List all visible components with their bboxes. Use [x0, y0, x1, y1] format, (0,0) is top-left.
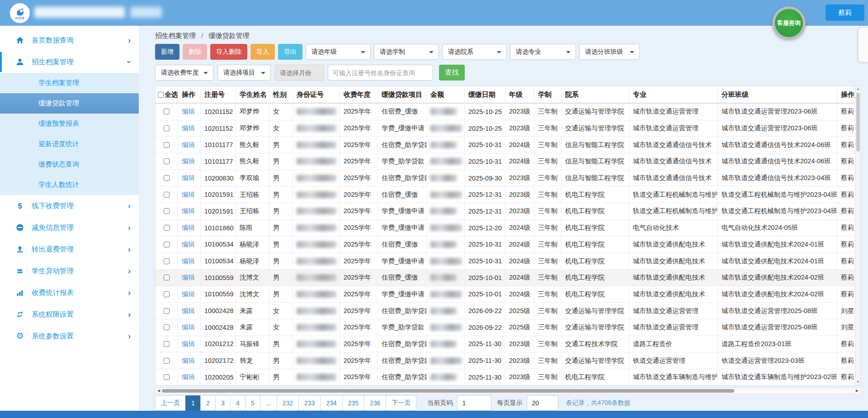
sidebar-item-1[interactable]: 招生档案管理›	[0, 51, 139, 73]
scroll-up-arrow-icon[interactable]: ▲	[855, 86, 861, 92]
page-button-232[interactable]: 232	[277, 395, 299, 411]
row-checkbox[interactable]	[164, 358, 170, 364]
row-checkbox[interactable]	[164, 291, 170, 297]
row-checkbox[interactable]	[164, 175, 170, 181]
scroll-right-arrow-icon[interactable]: ▶	[854, 388, 860, 394]
edit-link[interactable]: 编辑	[182, 190, 195, 199]
system-select[interactable]: 请选学制	[374, 44, 439, 60]
scroll-left-arrow-icon[interactable]: ◀	[156, 388, 162, 394]
page-button-4[interactable]: 4	[230, 395, 245, 411]
edit-link[interactable]: 编辑	[182, 157, 195, 166]
sidebar-subitem-5[interactable]: 学生人数统计	[0, 175, 139, 195]
page-size-input[interactable]	[527, 395, 558, 411]
amount-redacted	[430, 175, 457, 181]
edit-link[interactable]: 编辑	[182, 273, 195, 282]
grade-select[interactable]: 请选年级	[306, 44, 371, 60]
edit-link[interactable]: 编辑	[182, 307, 195, 315]
action-button-1[interactable]: 删除	[183, 44, 207, 60]
page-button-234[interactable]: 234	[320, 395, 342, 411]
page-button-2[interactable]: 2	[200, 395, 216, 411]
horizontal-scroll-thumb[interactable]	[162, 389, 734, 393]
edge-widget-handle[interactable]	[858, 27, 868, 62]
sidebar-subitem-1[interactable]: 缓缴贷款管理	[0, 93, 139, 114]
row-checkbox[interactable]	[164, 275, 170, 280]
edit-link[interactable]: 编辑	[182, 240, 195, 249]
row-checkbox[interactable]	[164, 242, 170, 247]
search-button[interactable]: 查找	[439, 65, 465, 81]
class-select[interactable]: 请选分班班级	[579, 44, 640, 60]
sidebar-item-7[interactable]: 系统权限设置›	[0, 304, 139, 325]
next-page-button[interactable]: 下一页	[386, 395, 416, 411]
edit-link[interactable]: 编辑	[182, 290, 195, 299]
select-all-checkbox[interactable]	[158, 92, 164, 98]
row-checkbox[interactable]	[164, 308, 170, 314]
row-checkbox[interactable]	[164, 192, 170, 198]
row-checkbox[interactable]	[164, 324, 170, 330]
edit-link[interactable]: 编辑	[182, 174, 195, 182]
page-ellipsis[interactable]: ...	[260, 395, 277, 411]
row-checkbox[interactable]	[164, 125, 170, 131]
scroll-down-arrow-icon[interactable]: ▼	[855, 380, 861, 385]
vertical-scroll-thumb[interactable]	[856, 93, 860, 152]
sidebar-item-3[interactable]: 减免信息管理›	[0, 217, 139, 238]
page-button-233[interactable]: 233	[298, 395, 321, 411]
row-checkbox[interactable]	[164, 158, 170, 164]
sidebar-subitem-2[interactable]: 缓缴预警报表	[0, 114, 139, 134]
edit-link[interactable]: 编辑	[182, 323, 195, 332]
edit-link[interactable]: 编辑	[182, 124, 195, 133]
sidebar-subitem-3[interactable]: 迎新进度统计	[0, 134, 139, 154]
edit-link[interactable]: 编辑	[182, 141, 195, 149]
sidebar-item-0[interactable]: 首页数据查询›	[0, 29, 139, 51]
edit-link[interactable]: 编辑	[182, 257, 195, 266]
month-select[interactable]	[275, 65, 324, 81]
current-page-input[interactable]	[457, 395, 491, 411]
current-page-label: 当前页码	[427, 399, 453, 407]
row-checkbox[interactable]	[164, 208, 170, 214]
edit-link[interactable]: 编辑	[182, 340, 195, 348]
edit-link[interactable]: 编辑	[182, 107, 195, 116]
sidebar-subitem-4[interactable]: 缴费状态查询	[0, 154, 139, 175]
sidebar-item-6[interactable]: 收费统计报表›	[0, 282, 139, 304]
fee-item-select[interactable]: 请选择项目	[217, 65, 271, 81]
page-button-3[interactable]: 3	[215, 395, 231, 411]
cell-amount	[427, 369, 465, 385]
sidebar-item-2[interactable]: $线下收费管理›	[0, 195, 139, 217]
action-button-2[interactable]: 导入删除	[210, 44, 247, 60]
sidebar-item-5[interactable]: 学生异动管理›	[0, 260, 139, 282]
sidebar-subitem-0[interactable]: 学生档案管理	[0, 73, 139, 93]
edit-link[interactable]: 编辑	[182, 356, 195, 365]
customer-service-button[interactable]: 客服咨询	[772, 6, 806, 40]
user-button[interactable]: 蔡莉	[826, 5, 864, 21]
breadcrumb-parent[interactable]: 招生档案管理	[155, 32, 196, 39]
row-checkbox[interactable]	[164, 258, 170, 264]
action-button-4[interactable]: 导出	[278, 44, 302, 60]
edit-link[interactable]: 编辑	[182, 373, 195, 381]
prev-page-button[interactable]: 上一页	[155, 395, 186, 411]
row-checkbox[interactable]	[164, 142, 170, 148]
row-checkbox[interactable]	[164, 109, 170, 114]
fee-year-select[interactable]: 请选收费年度	[155, 65, 213, 81]
cell-major: 城市轨道交通运营管理	[629, 104, 718, 120]
search-input[interactable]	[328, 65, 433, 81]
page-button-236[interactable]: 236	[364, 395, 386, 411]
sidebar-item-8[interactable]: ⚙系统参数设置›	[0, 325, 139, 347]
horizontal-scrollbar[interactable]: ◀ ▶	[155, 388, 861, 394]
row-checkbox-cell	[156, 104, 178, 120]
vertical-scrollbar[interactable]: ▲ ▼	[855, 86, 860, 385]
cell-fee-year: 2025学年	[340, 369, 378, 385]
page-button-235[interactable]: 235	[342, 395, 364, 411]
page-button-1[interactable]: 1	[185, 395, 201, 411]
college-select[interactable]: 请选院系	[442, 44, 507, 60]
cell-id-number	[293, 319, 340, 336]
action-button-0[interactable]: 新增	[155, 44, 179, 60]
sidebar-item-4[interactable]: 转出退费管理›	[0, 238, 139, 260]
major-select[interactable]: 请选专业	[510, 44, 576, 60]
row-checkbox[interactable]	[164, 225, 170, 231]
edit-link[interactable]: 编辑	[182, 207, 195, 215]
edit-link[interactable]: 编辑	[182, 223, 195, 232]
row-checkbox[interactable]	[164, 374, 170, 380]
row-checkbox-cell	[156, 220, 178, 236]
row-checkbox[interactable]	[164, 341, 170, 347]
page-button-5[interactable]: 5	[245, 395, 260, 411]
action-button-3[interactable]: 导入	[250, 44, 275, 60]
